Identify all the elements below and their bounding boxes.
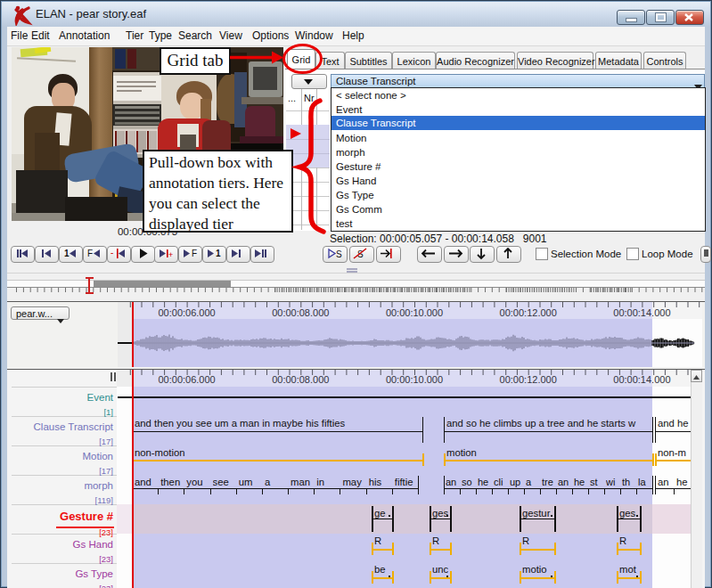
svg-text:F: F xyxy=(87,249,93,258)
svg-text:-: - xyxy=(110,248,113,257)
svg-text:S: S xyxy=(336,249,342,259)
svg-text:1: 1 xyxy=(216,249,221,258)
svg-text:F: F xyxy=(192,249,197,258)
svg-text:1: 1 xyxy=(64,249,70,258)
svg-text:+: + xyxy=(168,250,173,259)
